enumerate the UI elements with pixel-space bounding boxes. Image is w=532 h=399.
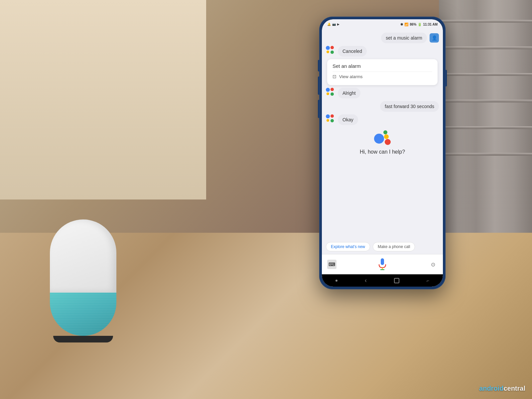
help-section: Hi, how can I help? [326, 128, 439, 158]
battery-icon: 🔋 [418, 23, 422, 26]
screenshot-icon: 📷 [332, 23, 336, 26]
phone-call-suggestion[interactable]: Make a phone call [373, 242, 415, 251]
battery-level: 86% [410, 23, 416, 26]
google-assistant-large-dots [374, 130, 391, 147]
watermark: androidcentral [479, 385, 525, 392]
card-title: Set an alarm [332, 63, 432, 69]
dot-yellow-3 [327, 119, 329, 122]
view-alarms-icon: ⊡ [332, 74, 336, 79]
google-assistant-dots-1 [326, 46, 335, 55]
speaker-top [50, 219, 116, 293]
dot-red-3 [331, 114, 334, 118]
rack-bars [439, 0, 532, 233]
camera-button[interactable]: ⊙ [428, 260, 438, 269]
status-bar: 🔔 📷 ▶ ✱ 📶 86% 🔋 11:31 AM [322, 19, 443, 29]
navigation-bar: ‹ ⌐ [322, 274, 443, 287]
back-button[interactable]: ‹ [365, 277, 367, 284]
home-button[interactable] [394, 278, 399, 283]
large-dot-yellow [384, 134, 389, 139]
alright-bubble: Alright [338, 88, 360, 98]
watermark-prefix: android [479, 385, 503, 392]
phone-case: 🔔 📷 ▶ ✱ 📶 86% 🔋 11:31 AM [319, 17, 446, 289]
phone-screen: 🔔 📷 ▶ ✱ 📶 86% 🔋 11:31 AM [322, 19, 443, 287]
keyboard-button[interactable]: ⌨ [327, 260, 336, 269]
rack-bar [439, 100, 532, 102]
dot-blue-3 [326, 114, 330, 118]
view-alarms-row[interactable]: ⊡ View alarms [332, 71, 432, 81]
large-dot-red [385, 139, 391, 145]
notification-icon: 🔔 [327, 23, 331, 26]
rack-bar [439, 126, 532, 129]
metal-rack [439, 0, 532, 233]
dot-yellow-2 [327, 92, 329, 95]
dot-green-3 [331, 119, 334, 122]
dot-green [331, 51, 334, 54]
user-message-row-1: set a music alarm 👤 [326, 33, 439, 43]
user-message-1: set a music alarm [381, 33, 427, 43]
phone-power-button [446, 70, 447, 86]
phone-volume-down-button [318, 76, 319, 95]
phone-screen-container: 🔔 📷 ▶ ✱ 📶 86% 🔋 11:31 AM [322, 19, 443, 287]
help-text: Hi, how can I help? [360, 149, 405, 155]
speaker-base [53, 336, 113, 342]
watermark-suffix: central [503, 385, 525, 392]
alarm-card: Set an alarm ⊡ View alarms [327, 59, 438, 85]
chat-messages: set a music alarm 👤 Canceled [322, 29, 443, 239]
clock: 11:31 AM [423, 23, 438, 26]
media-icon: ▶ [337, 23, 339, 26]
explore-suggestion[interactable]: Explore what's new [326, 242, 370, 251]
dot-red-2 [331, 88, 334, 91]
google-assistant-dots-2 [326, 88, 335, 97]
dot-blue [326, 46, 330, 50]
rack-bar [439, 20, 532, 23]
assistant-screen: set a music alarm 👤 Canceled [322, 29, 443, 274]
large-dot-green [383, 130, 387, 134]
dot-yellow [327, 51, 329, 53]
assistant-canceled-row: Canceled [326, 46, 439, 57]
status-left-icons: 🔔 📷 ▶ [327, 23, 339, 26]
input-bar: ⌨ ⊙ [322, 254, 443, 274]
speaker-bottom [50, 293, 116, 336]
view-alarms-text: View alarms [339, 74, 363, 79]
phone: 🔔 📷 ▶ ✱ 📶 86% 🔋 11:31 AM [319, 17, 446, 289]
bluetooth-icon: ✱ [400, 23, 403, 26]
canceled-bubble: Canceled [338, 46, 367, 57]
svg-rect-0 [381, 258, 384, 265]
phone-bixby-button [318, 100, 319, 118]
dot-blue-2 [326, 88, 330, 92]
user-message-row-2: fast forward 30 seconds [326, 101, 439, 112]
user-message-2: fast forward 30 seconds [380, 101, 439, 112]
rack-bar [439, 73, 532, 76]
phone-volume-up-button [318, 60, 319, 71]
google-home-speaker [47, 219, 120, 332]
dot-red [331, 46, 334, 49]
rack-bar [439, 153, 532, 156]
wall-background [0, 0, 206, 200]
recents-button[interactable]: ⌐ [427, 278, 429, 283]
user-avatar: 👤 [430, 33, 439, 43]
assistant-okay-row: Okay [326, 114, 439, 125]
nav-dot [335, 280, 337, 282]
assistant-alright-row: Alright [326, 88, 439, 98]
rack-bar [439, 47, 532, 49]
google-assistant-dots-3 [326, 114, 335, 124]
mic-button[interactable] [376, 258, 388, 270]
dot-green-2 [331, 92, 334, 96]
wifi-icon: 📶 [404, 23, 408, 26]
status-right-info: ✱ 📶 86% 🔋 11:31 AM [400, 23, 438, 26]
suggestions-bar: Explore what's new Make a phone call [322, 239, 443, 254]
okay-bubble: Okay [338, 114, 358, 125]
large-dot-blue [374, 134, 384, 144]
